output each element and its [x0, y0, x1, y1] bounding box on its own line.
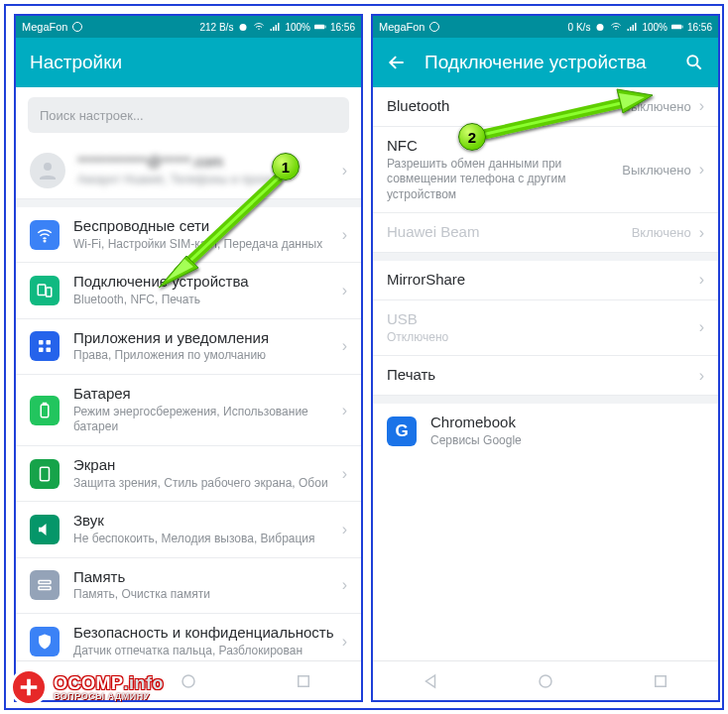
wifi-icon — [610, 21, 622, 33]
chevron-right-icon: › — [693, 97, 704, 115]
nav-home-icon[interactable] — [537, 672, 554, 690]
row-title: Безопасность и конфиденциальность — [73, 624, 336, 643]
carrier-label: MegaFon — [379, 21, 425, 33]
settings-header: Настройки — [16, 38, 361, 87]
nav-back-icon[interactable] — [64, 672, 82, 690]
chevron-right-icon: › — [693, 161, 704, 178]
annotation-badge-2: 2 — [458, 123, 486, 151]
svg-rect-13 — [44, 403, 47, 405]
svg-rect-14 — [41, 467, 50, 481]
row-sub: Сервисы Google — [430, 433, 704, 449]
svg-point-23 — [687, 56, 697, 65]
header-title: Подключение устройства — [425, 52, 667, 73]
chevron-right-icon: › — [693, 271, 704, 289]
row-title: MirrorShare — [387, 271, 693, 290]
carrier-label: MegaFon — [22, 21, 67, 33]
search-placeholder: Поиск настроек... — [40, 108, 144, 123]
clock: 16:56 — [330, 22, 355, 33]
row-apps[interactable]: Приложения и уведомления Права, Приложен… — [16, 319, 361, 375]
row-value: Выключено — [622, 163, 692, 178]
row-mirrorshare[interactable]: MirrorShare › — [373, 261, 718, 300]
row-chromebook[interactable]: G Chromebook Сервисы Google — [373, 404, 718, 458]
nav-back-icon[interactable] — [422, 672, 439, 690]
row-title: Батарея — [73, 385, 336, 404]
svg-point-19 — [430, 23, 439, 32]
row-device-connection[interactable]: Подключение устройства Bluetooth, NFC, П… — [16, 263, 361, 318]
svg-point-17 — [182, 675, 194, 687]
row-sub: Не беспокоить, Мелодия вызова, Вибрация — [73, 532, 336, 547]
section-gap — [373, 396, 718, 404]
carrier-icon — [428, 21, 440, 33]
row-display[interactable]: Экран Защита зрения, Стиль рабочего экра… — [16, 446, 361, 502]
row-title: Huawei Beam — [387, 223, 632, 242]
wifi-icon — [253, 21, 265, 33]
row-title: USB — [387, 310, 693, 329]
svg-rect-3 — [325, 26, 326, 29]
nav-recent-icon[interactable] — [652, 672, 669, 690]
device-connection-header: Подключение устройства — [373, 38, 718, 87]
status-bar: MegaFon 0 K/s 100% 16:56 — [373, 16, 718, 38]
signal-icon — [269, 21, 281, 33]
alarm-icon — [594, 21, 606, 33]
svg-rect-25 — [656, 675, 667, 686]
storage-icon — [30, 570, 60, 600]
row-sub: Датчик отпечатка пальца, Разблокирован — [73, 644, 336, 659]
account-row[interactable]: ************@*****.com Аккаунт Huawei, Т… — [16, 143, 361, 199]
svg-point-20 — [597, 24, 604, 31]
svg-point-5 — [44, 240, 46, 242]
signal-icon — [626, 21, 638, 33]
row-battery[interactable]: Батарея Режим энергосбережения, Использо… — [16, 375, 361, 446]
phone-left: MegaFon 212 B/s 100% 16:56 Настройки Пои… — [14, 14, 363, 702]
net-speed: 212 B/s — [199, 22, 233, 33]
phone-right: MegaFon 0 K/s 100% 16:56 Подключение уст… — [371, 14, 720, 702]
search-input[interactable]: Поиск настроек... — [28, 97, 349, 133]
svg-rect-2 — [314, 25, 324, 30]
nav-home-icon[interactable] — [180, 672, 197, 690]
row-print[interactable]: Печать › — [373, 356, 718, 396]
back-button[interactable] — [387, 53, 407, 72]
row-sub: Bluetooth, NFC, Печать — [73, 293, 336, 308]
chevron-right-icon: › — [693, 224, 704, 242]
row-sub: Wi-Fi, Настройки SIM-карт, Передача данн… — [73, 237, 336, 253]
nav-bar — [16, 660, 361, 700]
nav-bar — [373, 660, 718, 700]
battery-tile-icon — [30, 396, 60, 425]
svg-rect-11 — [47, 348, 52, 353]
row-title: Беспроводные сети — [73, 217, 336, 236]
battery-pct: 100% — [285, 22, 310, 33]
status-bar: MegaFon 212 B/s 100% 16:56 — [16, 16, 361, 38]
svg-rect-22 — [682, 26, 683, 29]
row-sub: Память, Очистка памяти — [73, 587, 336, 603]
apps-icon — [30, 331, 60, 361]
row-title: Bluetooth — [387, 97, 622, 116]
battery-icon — [671, 21, 683, 33]
row-bluetooth[interactable]: Bluetooth Выключено › — [373, 87, 718, 127]
row-sound[interactable]: Звук Не беспокоить, Мелодия вызова, Вибр… — [16, 502, 361, 557]
alarm-icon — [237, 21, 249, 33]
google-g-icon: G — [387, 416, 417, 446]
row-security[interactable]: Безопасность и конфиденциальность Датчик… — [16, 614, 361, 660]
row-storage[interactable]: Память Память, Очистка памяти › — [16, 558, 361, 614]
svg-rect-16 — [39, 587, 51, 590]
chevron-right-icon: › — [336, 576, 347, 594]
carrier-icon — [71, 21, 83, 33]
nav-recent-icon[interactable] — [295, 672, 312, 690]
chevron-right-icon: › — [336, 337, 347, 355]
svg-point-24 — [540, 675, 551, 687]
search-button[interactable] — [684, 53, 704, 72]
svg-rect-9 — [47, 340, 52, 345]
chevron-right-icon: › — [336, 521, 347, 538]
section-gap — [373, 253, 718, 261]
avatar-icon — [30, 153, 65, 188]
row-sub: Отключено — [387, 330, 693, 346]
chevron-right-icon: › — [336, 402, 347, 419]
row-wireless[interactable]: Беспроводные сети Wi-Fi, Настройки SIM-к… — [16, 207, 361, 263]
row-title: Память — [73, 568, 336, 587]
svg-rect-8 — [39, 340, 44, 345]
row-usb: USB Отключено › — [373, 300, 718, 356]
svg-rect-21 — [671, 25, 681, 30]
row-title: Экран — [73, 456, 336, 475]
row-value: Выключено — [622, 99, 692, 114]
devices-icon — [30, 276, 60, 305]
row-nfc[interactable]: NFC Разрешить обмен данными при совмещен… — [373, 127, 718, 214]
